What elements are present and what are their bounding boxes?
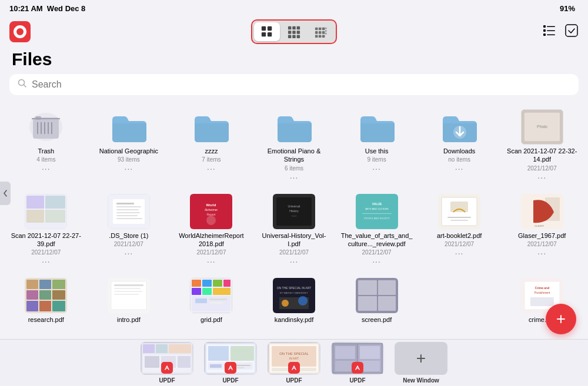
file-kandinsky[interactable]: ON THE SPECIAL IN ART BY WASSILY KANDINS… <box>253 271 336 330</box>
dock-updf-3[interactable]: ON THE SPECIAL IN ART UPDF <box>265 342 323 384</box>
svg-rect-144 <box>210 364 222 368</box>
universal-dots[interactable]: ··· <box>290 257 299 266</box>
file-arts-value[interactable]: VALUE ARTS AND CULTURE PEOPLE AND SOCIET… <box>335 187 418 271</box>
folder-downloads[interactable]: Downloads no items ··· <box>418 102 501 187</box>
glaser-dots[interactable]: ··· <box>537 249 546 258</box>
natgeo-name: National Geographic <box>99 147 158 155</box>
svg-line-35 <box>24 85 26 88</box>
piano-dots[interactable]: ··· <box>290 173 299 182</box>
svg-text:GLASER: GLASER <box>534 224 544 227</box>
svg-text:Alzheimer: Alzheimer <box>205 208 218 212</box>
svg-rect-53 <box>45 210 65 223</box>
file-empty <box>418 271 501 330</box>
folder-zzzz[interactable]: zzzz 7 items ··· <box>170 102 253 187</box>
artbooklet-dots[interactable]: ··· <box>455 249 464 258</box>
usethis-dots[interactable]: ··· <box>372 164 381 173</box>
natgeo-dots[interactable]: ··· <box>125 164 133 173</box>
svg-rect-121 <box>378 280 396 295</box>
svg-rect-88 <box>52 280 65 289</box>
view-medium-grid[interactable] <box>281 22 307 41</box>
file-research[interactable]: research.pdf <box>5 271 88 330</box>
trash-dots[interactable]: ··· <box>42 164 51 173</box>
natgeo-meta: 93 items <box>118 156 140 163</box>
svg-text:VALUE: VALUE <box>372 202 382 206</box>
dsstore-dots[interactable]: ··· <box>125 249 133 258</box>
dsstore-thumb <box>108 194 150 229</box>
svg-rect-90 <box>39 290 51 300</box>
view-small-grid[interactable] <box>308 22 334 41</box>
alzheimer-name: WorldAlzheimerReport 2018.pdf <box>175 231 248 249</box>
svg-rect-56 <box>116 203 134 204</box>
svg-rect-147 <box>226 364 235 372</box>
scroll-left-arrow[interactable] <box>0 182 11 205</box>
folder-downloads-icon <box>438 109 480 145</box>
svg-rect-107 <box>202 288 212 295</box>
folder-national-geographic[interactable]: National Geographic 93 items ··· <box>88 102 171 187</box>
list-view-icon[interactable] <box>542 24 556 40</box>
dock-updf-4[interactable]: UPDF <box>328 342 387 384</box>
glaser-name: Glaser_1967.pdf <box>518 231 566 240</box>
scan2-dots[interactable]: ··· <box>42 257 51 266</box>
file-scan1[interactable]: Photo Scan 2021-12-07 22-32-14.pdf 2021/… <box>500 102 583 187</box>
svg-rect-104 <box>213 280 222 287</box>
scan1-dots[interactable]: ··· <box>537 173 546 182</box>
dock-updf-4-label: UPDF <box>349 377 365 384</box>
svg-rect-6 <box>288 26 292 30</box>
folder-use-this[interactable]: Use this 9 items ··· <box>335 102 418 187</box>
file-dsstore[interactable]: .DS_Store (1) 2021/12/07 ··· <box>88 187 171 271</box>
svg-text:World: World <box>206 203 216 207</box>
app-icon[interactable] <box>9 21 31 42</box>
downloads-dots[interactable]: ··· <box>455 164 464 173</box>
arts-dots[interactable]: ··· <box>372 257 381 266</box>
svg-rect-110 <box>195 298 207 303</box>
svg-rect-51 <box>45 196 65 209</box>
svg-rect-98 <box>114 288 141 289</box>
svg-rect-2 <box>262 26 266 31</box>
svg-rect-30 <box>547 31 555 32</box>
piano-name: Emotional Piano & Strings <box>258 147 331 164</box>
colorful-thumb <box>190 278 232 313</box>
file-universal-history[interactable]: Universal History Vol-I Universal-Histor… <box>253 187 336 271</box>
dock-updf-1[interactable]: UPDF <box>138 342 196 384</box>
scan1-name: Scan 2021-12-07 22-32-14.pdf <box>505 147 579 164</box>
svg-rect-37 <box>33 118 59 139</box>
file-grid-row2: Scan 2021-12-07 22-27-39.pdf 2021/12/07 … <box>0 187 588 271</box>
folder-emotional-piano[interactable]: Emotional Piano & Strings 6 items ··· <box>253 102 336 187</box>
intro-name: intro.pdf <box>117 315 141 324</box>
add-fab-button[interactable]: + <box>546 304 576 334</box>
folder-grid-row1: Trash 4 items ··· National Geographic 93… <box>0 102 588 187</box>
svg-rect-58 <box>116 209 139 210</box>
file-intro[interactable]: intro.pdf <box>88 271 171 330</box>
svg-rect-12 <box>297 26 300 30</box>
select-icon[interactable] <box>564 24 579 40</box>
svg-rect-31 <box>543 33 546 36</box>
zzzz-dots[interactable]: ··· <box>207 164 216 173</box>
search-bar[interactable] <box>9 74 579 95</box>
file-artbooklet[interactable]: art-booklet2.pdf 2021/12/07 ··· <box>418 187 501 271</box>
universal-thumb: Universal History Vol-I <box>273 194 315 229</box>
dock-updf-4-thumb <box>331 342 384 375</box>
file-alzheimer[interactable]: World Alzheimer Report WorldAlzheimerRep… <box>170 187 253 271</box>
svg-text:Vol-I: Vol-I <box>292 214 296 217</box>
svg-rect-27 <box>543 25 546 28</box>
svg-rect-52 <box>26 210 44 223</box>
file-screen[interactable]: screen.pdf <box>335 271 418 330</box>
view-segmented-control[interactable] <box>251 19 337 44</box>
file-grid-row3: research.pdf intro.pdf <box>0 271 588 330</box>
screen-name: screen.pdf <box>362 315 392 324</box>
svg-rect-128 <box>530 297 554 306</box>
file-scan2[interactable]: Scan 2021-12-07 22-27-39.pdf 2021/12/07 … <box>5 187 88 271</box>
file-glaser[interactable]: GLASER Glaser_1967.pdf 2021/12/07 ··· <box>500 187 583 271</box>
dock-new-window[interactable]: + New Window <box>392 342 450 384</box>
search-input[interactable] <box>32 79 570 90</box>
intro-thumb <box>108 278 150 313</box>
alzheimer-dots[interactable]: ··· <box>207 257 216 266</box>
file-colorful[interactable]: grid.pdf <box>170 271 253 330</box>
view-large-grid[interactable] <box>254 22 280 41</box>
downloads-meta: no items <box>448 156 470 163</box>
folder-zzzz-icon <box>190 109 232 145</box>
dock-updf-2[interactable]: UPDF <box>201 342 260 384</box>
dsstore-name: .DS_Store (1) <box>109 231 148 240</box>
svg-rect-81 <box>450 220 468 221</box>
folder-trash[interactable]: Trash 4 items ··· <box>5 102 88 187</box>
